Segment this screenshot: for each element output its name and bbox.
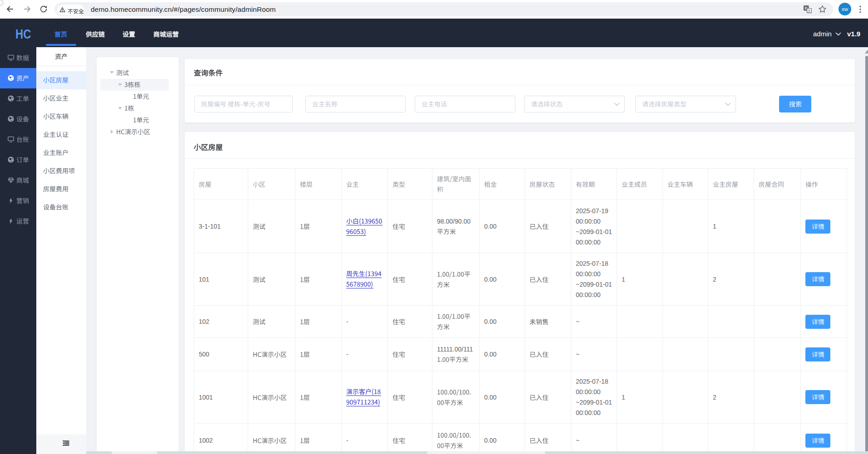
svg-text:文: 文 [808, 9, 811, 13]
